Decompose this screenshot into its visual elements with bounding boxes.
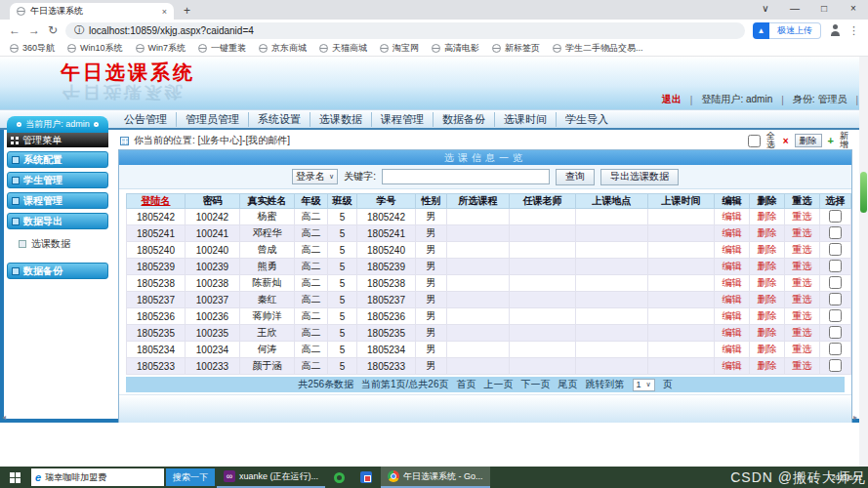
add-button[interactable]: 新增 <box>840 132 850 149</box>
row-select-checkbox[interactable] <box>829 210 842 223</box>
field-select[interactable]: 登录名 ∨ <box>292 169 338 184</box>
row-edit-link[interactable]: 编辑 <box>723 310 742 321</box>
row-edit-link[interactable]: 编辑 <box>723 211 742 222</box>
nav-item[interactable]: 课程管理 <box>371 112 433 127</box>
nav-item[interactable]: 学生导入 <box>556 112 617 127</box>
taskbar-search-button[interactable]: 搜索一下 <box>166 468 215 486</box>
reload-icon[interactable]: ↻ <box>48 23 58 37</box>
nav-item[interactable]: 管理员管理 <box>176 112 248 127</box>
row-reselect-link[interactable]: 重选 <box>793 227 812 238</box>
row-reselect-link[interactable]: 重选 <box>793 344 812 354</box>
row-delete-link[interactable]: 删除 <box>758 344 777 354</box>
row-select-checkbox[interactable] <box>829 326 842 339</box>
sidebar-menu-button-backup[interactable]: 数据备份 <box>7 263 108 279</box>
forward-icon[interactable]: → <box>28 23 40 37</box>
nav-item[interactable]: 选课时间 <box>494 112 556 127</box>
bookmark-item[interactable]: 天猫商城 <box>319 42 367 55</box>
row-select-checkbox[interactable] <box>829 243 842 256</box>
row-select-checkbox[interactable] <box>829 309 842 322</box>
row-reselect-link[interactable]: 重选 <box>793 327 812 338</box>
keyword-input[interactable] <box>382 169 550 184</box>
row-select-checkbox[interactable] <box>829 293 842 305</box>
nav-item[interactable]: 系统设置 <box>248 112 310 127</box>
taskbar-item-chrome[interactable]: 午日选课系统 - Go... <box>381 467 490 488</box>
row-select-checkbox[interactable] <box>829 276 842 289</box>
window-maximize-button[interactable]: □ <box>809 0 839 20</box>
last-page-link[interactable]: 尾页 <box>558 378 578 391</box>
row-select-checkbox[interactable] <box>829 343 842 355</box>
next-page-link[interactable]: 下一页 <box>521 378 551 391</box>
upload-extension[interactable]: ▲ 极速上传 <box>753 22 821 39</box>
row-delete-link[interactable]: 删除 <box>758 244 777 255</box>
row-edit-link[interactable]: 编辑 <box>723 327 742 338</box>
row-select-checkbox[interactable] <box>829 260 842 272</box>
nav-item[interactable]: 数据备份 <box>433 112 494 127</box>
start-button[interactable] <box>0 467 29 488</box>
sidebar-subitem-xuankeshuju[interactable]: 选课数据 <box>7 236 108 251</box>
back-icon[interactable]: ← <box>9 23 21 37</box>
bookmark-item[interactable]: 高清电影 <box>432 42 479 55</box>
row-delete-link[interactable]: 删除 <box>758 294 777 305</box>
sidebar-menu-button[interactable]: 学生管理 <box>7 172 108 188</box>
row-delete-link[interactable]: 删除 <box>758 261 777 271</box>
row-edit-link[interactable]: 编辑 <box>723 294 742 305</box>
page-jump-select[interactable]: 1 ∨ <box>633 379 655 391</box>
select-all-checkbox[interactable] <box>748 135 761 147</box>
row-delete-link[interactable]: 删除 <box>758 360 777 371</box>
row-edit-link[interactable]: 编辑 <box>723 227 742 238</box>
sidebar-menu-button[interactable]: 课程管理 <box>7 192 108 209</box>
browser-scrollbar[interactable] <box>859 57 868 467</box>
row-delete-link[interactable]: 删除 <box>758 310 777 321</box>
bookmark-item[interactable]: 京东商城 <box>259 42 307 55</box>
row-reselect-link[interactable]: 重选 <box>793 294 812 305</box>
logout-link[interactable]: 退出 <box>662 93 682 106</box>
window-close-button[interactable]: × <box>839 0 868 20</box>
bookmark-item[interactable]: 新标签页 <box>492 42 540 55</box>
row-edit-link[interactable]: 编辑 <box>723 360 742 371</box>
first-page-link[interactable]: 首页 <box>457 378 476 391</box>
scrollbar-thumb[interactable] <box>860 172 867 213</box>
bookmark-item[interactable]: 360导航 <box>10 42 55 55</box>
row-edit-link[interactable]: 编辑 <box>723 344 742 354</box>
row-reselect-link[interactable]: 重选 <box>793 211 812 222</box>
nav-item[interactable]: 公告管理 <box>115 112 176 127</box>
row-reselect-link[interactable]: 重选 <box>793 310 812 321</box>
delete-button[interactable]: 删除 <box>795 134 822 147</box>
row-delete-link[interactable]: 删除 <box>758 227 777 238</box>
bookmark-item[interactable]: 淘宝网 <box>380 42 419 55</box>
bookmark-item[interactable]: Win7系统 <box>136 42 186 55</box>
row-delete-link[interactable]: 删除 <box>758 211 777 222</box>
taskbar-item-visualstudio[interactable]: ∞ xuanke (正在运行)... <box>217 467 325 488</box>
hscroll-left-icon[interactable]: ◂ <box>2 413 6 422</box>
bookmark-item[interactable]: 学生二手物品交易... <box>553 42 643 55</box>
row-edit-link[interactable]: 编辑 <box>723 244 742 255</box>
row-reselect-link[interactable]: 重选 <box>793 244 812 255</box>
taskbar-item-screenshot[interactable] <box>353 467 379 488</box>
sidebar-menu-button[interactable]: 数据导出 <box>7 213 108 229</box>
bookmark-item[interactable]: 一键重装 <box>198 42 246 55</box>
browser-tab[interactable]: 午日选课系统 × <box>10 3 174 20</box>
query-button[interactable]: 查询 <box>556 169 595 185</box>
row-delete-link[interactable]: 删除 <box>758 277 777 288</box>
row-edit-link[interactable]: 编辑 <box>723 261 742 271</box>
row-delete-link[interactable]: 删除 <box>758 327 777 338</box>
row-select-checkbox[interactable] <box>829 226 842 239</box>
nav-item[interactable]: 选课数据 <box>310 112 371 127</box>
profile-icon[interactable] <box>829 24 841 36</box>
url-field[interactable]: ⓘ localhost:10859/xkjg.aspx?caidanid=4 <box>65 22 745 39</box>
row-select-checkbox[interactable] <box>829 359 842 372</box>
row-reselect-link[interactable]: 重选 <box>793 360 812 371</box>
export-button[interactable]: 导出选课数据 <box>600 169 679 185</box>
upload-button[interactable]: 极速上传 <box>769 22 821 39</box>
bookmark-item[interactable]: Win10系统 <box>67 42 123 55</box>
taskbar-search-box[interactable]: e 瑞幸咖啡加盟费 <box>31 468 164 486</box>
tab-close-icon[interactable]: × <box>162 7 167 17</box>
row-edit-link[interactable]: 编辑 <box>723 277 742 288</box>
row-reselect-link[interactable]: 重选 <box>793 277 812 288</box>
sort-loginname-link[interactable]: 登陆名 <box>142 195 171 206</box>
row-reselect-link[interactable]: 重选 <box>793 261 812 271</box>
hscroll-right-icon[interactable]: ▸ <box>853 413 857 422</box>
site-info-icon[interactable]: ⓘ <box>74 23 84 37</box>
window-caret-icon[interactable]: ∨ <box>751 0 780 20</box>
browser-menu-icon[interactable]: ⋮ <box>848 24 859 37</box>
